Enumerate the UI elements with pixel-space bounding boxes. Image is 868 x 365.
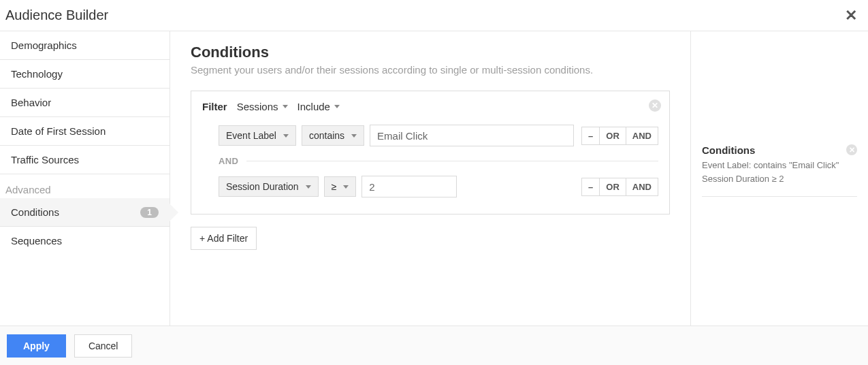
dimension-value: Session Duration [226, 181, 299, 192]
filter-mode-value: Include [298, 101, 330, 112]
divider-line [246, 161, 658, 161]
sidebar-item-conditions[interactable]: Conditions 1 [0, 198, 170, 227]
remove-row-button[interactable]: – [582, 127, 599, 144]
main-subtitle: Segment your users and/or their sessions… [191, 64, 670, 76]
sidebar-item-demographics[interactable]: Demographics [0, 31, 170, 60]
remove-summary-icon[interactable]: ✕ [846, 144, 857, 155]
filter-scope-dropdown[interactable]: Sessions [237, 101, 288, 112]
chevron-down-icon [283, 105, 288, 108]
dimension-dropdown[interactable]: Event Label [219, 125, 296, 146]
apply-button[interactable]: Apply [7, 334, 66, 358]
conditions-count-badge: 1 [140, 207, 159, 218]
sidebar-item-traffic-sources[interactable]: Traffic Sources [0, 146, 170, 174]
conjunction-divider: AND [219, 156, 658, 166]
chevron-down-icon [334, 105, 340, 108]
row-op-group: – OR AND [581, 178, 658, 196]
chevron-down-icon [306, 185, 311, 189]
summary-panel: ✕ Conditions Event Label: contains "Emai… [691, 31, 868, 326]
dialog-title: Audience Builder [5, 7, 108, 23]
main-title: Conditions [191, 44, 670, 61]
filter-mode-dropdown[interactable]: Include [298, 101, 340, 112]
main-panel: Conditions Segment your users and/or the… [170, 31, 691, 326]
remove-row-button[interactable]: – [582, 178, 599, 195]
value-input[interactable] [361, 176, 457, 197]
dialog-footer: Apply Cancel [0, 326, 868, 365]
operator-dropdown[interactable]: contains [302, 125, 364, 146]
condition-row: Session Duration ≥ – OR AND [219, 176, 658, 197]
chevron-down-icon [343, 185, 349, 189]
cancel-button[interactable]: Cancel [74, 334, 133, 358]
dialog-header: Audience Builder ✕ [0, 0, 868, 31]
conjunction-label: AND [219, 156, 238, 166]
summary-line: Event Label: contains "Email Click" [702, 159, 857, 172]
value-input[interactable] [370, 125, 574, 146]
sidebar: Demographics Technology Behavior Date of… [0, 31, 170, 326]
close-icon[interactable]: ✕ [845, 7, 857, 25]
sidebar-item-technology[interactable]: Technology [0, 60, 170, 89]
and-button[interactable]: AND [626, 127, 658, 144]
filter-label: Filter [202, 101, 227, 112]
sidebar-item-behavior[interactable]: Behavior [0, 89, 170, 117]
condition-row: Event Label contains – OR AND [219, 125, 658, 146]
dialog-body: Demographics Technology Behavior Date of… [0, 31, 868, 326]
dimension-dropdown[interactable]: Session Duration [219, 176, 319, 197]
row-op-group: – OR AND [581, 127, 658, 145]
dimension-value: Event Label [226, 130, 276, 141]
sidebar-item-sequences[interactable]: Sequences [0, 227, 170, 255]
or-button[interactable]: OR [599, 127, 626, 144]
chevron-down-icon [351, 134, 357, 138]
filter-scope-value: Sessions [237, 101, 278, 112]
summary-card: ✕ Conditions Event Label: contains "Emai… [702, 144, 857, 197]
and-button[interactable]: AND [626, 178, 658, 195]
or-button[interactable]: OR [599, 178, 626, 195]
remove-filter-icon[interactable]: ✕ [649, 99, 661, 112]
sidebar-item-date-first-session[interactable]: Date of First Session [0, 117, 170, 146]
filter-header: Filter Sessions Include [202, 101, 658, 112]
operator-dropdown[interactable]: ≥ [324, 176, 357, 197]
operator-value: ≥ [332, 181, 337, 192]
chevron-down-icon [283, 134, 289, 138]
summary-title: Conditions [702, 144, 857, 156]
summary-line: Session Duration ≥ 2 [702, 172, 857, 186]
sidebar-item-label: Conditions [11, 206, 59, 218]
operator-value: contains [309, 130, 344, 141]
add-filter-button[interactable]: + Add Filter [191, 227, 257, 250]
sidebar-group-advanced: Advanced [0, 174, 170, 198]
filter-card: ✕ Filter Sessions Include Event Label [191, 91, 670, 215]
